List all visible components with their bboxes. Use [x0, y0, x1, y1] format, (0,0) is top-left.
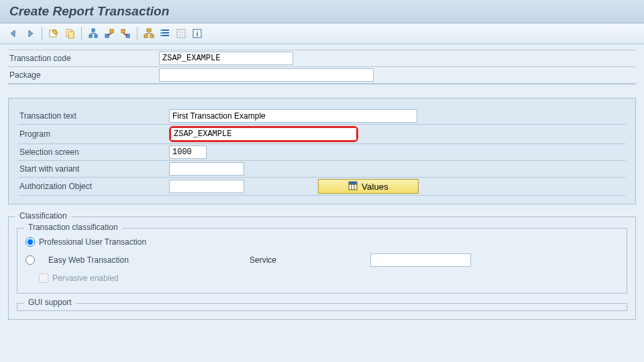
page-title: Create Report Transaction	[9, 4, 635, 19]
radio-professional-label: Professional User Transaction	[39, 237, 146, 247]
gui-support-group: GUI support	[17, 303, 627, 311]
service-label: Service	[250, 255, 357, 265]
svg-text:i: i	[196, 29, 198, 38]
svg-rect-15	[160, 35, 162, 36]
program-input[interactable]	[171, 128, 356, 140]
copy-icon[interactable]	[62, 26, 77, 41]
transaction-text-label: Transaction text	[18, 111, 169, 121]
program-label: Program	[18, 129, 169, 139]
display-toggle-icon[interactable]	[46, 26, 61, 41]
start-variant-row: Start with variant	[18, 160, 626, 177]
radio-easy-web-label: Easy Web Transaction	[48, 255, 236, 265]
svg-rect-16	[177, 29, 185, 38]
toolbar-separator	[137, 27, 138, 40]
gui-support-title: GUI support	[24, 298, 76, 307]
pervasive-row: Pervasive enabled	[25, 270, 619, 286]
program-highlight	[169, 126, 358, 142]
selection-screen-row: Selection screen	[18, 143, 626, 160]
transaction-classification-title: Transaction classification	[24, 223, 122, 232]
classification-title: Classification	[15, 211, 71, 221]
toolbar: i	[0, 23, 644, 44]
forward-icon[interactable]	[23, 26, 38, 41]
top-fields: Transaction code Package	[8, 50, 636, 84]
radio-professional-row: Professional User Transaction	[25, 234, 619, 250]
info-icon[interactable]: i	[190, 26, 205, 41]
org-icon[interactable]	[142, 26, 156, 41]
svg-rect-20	[349, 182, 357, 184]
transaction-code-label: Transaction code	[8, 54, 159, 63]
move-left-icon[interactable]	[102, 26, 117, 41]
start-variant-input[interactable]	[169, 162, 244, 176]
pervasive-label: Pervasive enabled	[52, 274, 119, 283]
auth-object-input[interactable]	[169, 180, 244, 193]
package-input[interactable]	[159, 68, 374, 82]
svg-rect-12	[150, 35, 154, 38]
package-row: Package	[8, 66, 636, 84]
svg-rect-10	[147, 29, 151, 32]
svg-rect-11	[144, 35, 148, 38]
toolbar-separator	[42, 27, 42, 40]
radio-professional[interactable]	[25, 237, 35, 247]
move-right-icon[interactable]	[118, 26, 133, 41]
svg-rect-4	[89, 35, 92, 38]
svg-rect-8	[121, 29, 125, 33]
pervasive-checkbox	[39, 274, 48, 283]
table-icon	[348, 181, 358, 192]
lines-icon[interactable]	[158, 26, 172, 41]
auth-object-label: Authorization Object	[18, 182, 169, 191]
svg-rect-6	[110, 29, 113, 33]
toolbar-separator	[81, 27, 82, 40]
radio-easy-web[interactable]	[25, 255, 35, 265]
hierarchy-icon[interactable]	[86, 26, 101, 41]
transaction-code-input[interactable]	[159, 52, 293, 65]
svg-rect-13	[160, 29, 162, 31]
start-variant-label: Start with variant	[18, 164, 169, 174]
svg-rect-3	[92, 29, 95, 32]
transaction-code-row: Transaction code	[8, 50, 636, 66]
page-header: Create Report Transaction	[0, 0, 644, 23]
back-icon[interactable]	[7, 26, 21, 41]
classification-group: Classification Transaction classificatio…	[8, 217, 636, 320]
svg-rect-5	[95, 35, 97, 38]
service-input[interactable]	[370, 253, 471, 267]
transaction-classification-group: Transaction classification Professional …	[17, 228, 627, 294]
program-row: Program	[18, 124, 626, 143]
values-button[interactable]: Values	[318, 179, 419, 194]
content-area: Transaction code Package Transaction tex…	[0, 44, 644, 325]
details-panel: Transaction text Program Selection scree…	[8, 98, 636, 204]
grid-icon[interactable]	[174, 26, 189, 41]
radio-easy-row: Easy Web Transaction Service	[25, 250, 619, 270]
transaction-text-row: Transaction text	[18, 108, 626, 124]
svg-rect-2	[68, 32, 74, 38]
values-button-label: Values	[362, 182, 388, 192]
selection-screen-input[interactable]	[169, 145, 207, 159]
auth-object-row: Authorization Object Values	[18, 177, 626, 196]
selection-screen-label: Selection screen	[18, 147, 169, 157]
transaction-text-input[interactable]	[169, 109, 417, 123]
svg-rect-14	[160, 32, 162, 34]
package-label: Package	[8, 70, 159, 80]
